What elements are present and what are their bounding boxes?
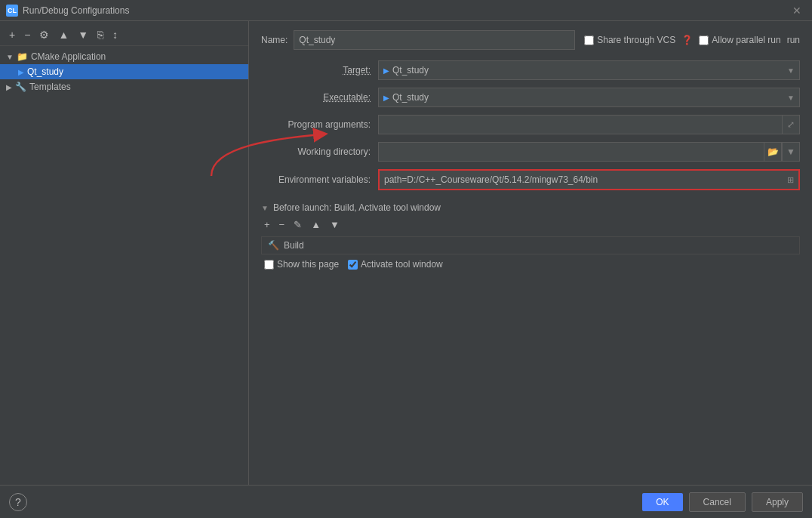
tree-cmake-application[interactable]: ▼ 📁 CMake Application — [0, 49, 248, 64]
allow-parallel-checkbox[interactable] — [699, 35, 709, 45]
add-config-button[interactable]: + — [6, 27, 18, 42]
executable-dropdown-icon: ▶ — [383, 94, 389, 102]
working-dir-label: Working directory: — [261, 146, 378, 157]
working-dir-field: 📂 ▼ — [378, 142, 800, 162]
env-vars-label: Environment variables: — [261, 174, 378, 185]
env-vars-edit-button[interactable]: ⊞ — [787, 175, 794, 185]
bottom-right: OK Cancel Apply — [642, 492, 803, 512]
build-hammer-icon: 🔨 — [268, 240, 279, 251]
expand-arrow: ▼ — [6, 53, 14, 61]
copy-button[interactable]: ⎘ — [94, 27, 106, 42]
share-vcs-label[interactable]: Share through VCS — [584, 35, 675, 45]
bl-remove-button[interactable]: − — [276, 217, 288, 232]
close-button[interactable]: ✕ — [788, 3, 806, 18]
right-panel: Name: Share through VCS ❓ Allow parallel… — [249, 21, 812, 485]
target-dropdown[interactable]: ▶ Qt_study ▼ — [378, 60, 800, 80]
sort-button[interactable]: ↕ — [109, 27, 121, 42]
activate-tool-item: Activate tool window — [348, 259, 443, 270]
run-label: run — [787, 35, 800, 45]
tree-qt-study[interactable]: ▶ Qt_study — [0, 64, 248, 79]
program-args-field: ⤢ — [378, 115, 800, 134]
target-dropdown-icon: ▶ — [383, 66, 389, 75]
bl-add-button[interactable]: + — [261, 217, 273, 232]
move-down-button[interactable]: ▼ — [75, 27, 91, 42]
name-input[interactable] — [294, 30, 575, 50]
cancel-button[interactable]: Cancel — [689, 492, 746, 512]
name-row: Name: Share through VCS ❓ Allow parallel… — [261, 30, 800, 50]
left-panel: + − ⚙ ▲ ▼ ⎘ ↕ ▼ 📁 CMake Application ▶ Qt… — [0, 21, 249, 485]
working-dir-dropdown-button[interactable]: ▼ — [782, 142, 800, 162]
ok-button[interactable]: OK — [642, 493, 682, 511]
settings-button[interactable]: ⚙ — [36, 27, 52, 42]
move-up-button[interactable]: ▲ — [55, 27, 72, 42]
share-vcs-checkbox[interactable] — [584, 35, 594, 45]
file-icon: ▶ — [18, 68, 24, 76]
bl-move-up-button[interactable]: ▲ — [308, 217, 324, 232]
info-icon: ❓ — [681, 35, 693, 45]
cmake-folder-icon: 📁 — [17, 51, 28, 62]
config-toolbar: + − ⚙ ▲ ▼ ⎘ ↕ — [0, 24, 248, 46]
launch-options-row: Show this page Activate tool window — [261, 259, 800, 270]
before-launch-expand[interactable]: ▼ — [261, 204, 269, 212]
allow-parallel-label[interactable]: Allow parallel run — [699, 35, 780, 45]
wrench-icon: 🔧 — [15, 82, 26, 92]
executable-row: Executable: ▶ Qt_study ▼ — [261, 88, 800, 107]
program-args-row: Program arguments: ⤢ — [261, 115, 800, 134]
env-vars-row: Environment variables: path=D:/C++_Cours… — [261, 169, 800, 190]
target-row: Target: ▶ Qt_study ▼ — [261, 60, 800, 80]
name-label: Name: — [261, 35, 288, 45]
working-dir-input[interactable] — [378, 142, 764, 162]
bl-edit-button[interactable]: ✎ — [291, 217, 305, 232]
tree-templates[interactable]: ▶ 🔧 Templates — [0, 79, 248, 94]
program-args-input[interactable] — [378, 115, 782, 134]
target-label: Target: — [261, 65, 378, 76]
bottom-left: ? — [9, 493, 27, 511]
template-arrow: ▶ — [6, 83, 12, 91]
env-vars-field[interactable]: path=D:/C++_Courseware/Qt/5.14.2/mingw73… — [378, 169, 800, 190]
executable-dropdown[interactable]: ▶ Qt_study ▼ — [378, 88, 800, 107]
app-icon: CL — [6, 5, 18, 17]
apply-button[interactable]: Apply — [752, 492, 803, 512]
name-row-options: Share through VCS ❓ Allow parallel run r… — [584, 35, 800, 45]
title-bar: CL Run/Debug Configurations ✕ — [0, 0, 812, 21]
before-launch-header: ▼ Before launch: Build, Activate tool wi… — [261, 202, 800, 213]
program-args-label: Program arguments: — [261, 119, 378, 130]
bl-move-down-button[interactable]: ▼ — [327, 217, 343, 232]
remove-config-button[interactable]: − — [21, 27, 33, 42]
build-item: 🔨 Build — [261, 236, 800, 254]
activate-tool-checkbox[interactable] — [348, 260, 358, 270]
show-page-checkbox[interactable] — [264, 260, 274, 270]
before-launch-section: ▼ Before launch: Build, Activate tool wi… — [261, 202, 800, 270]
show-page-item: Show this page — [264, 259, 339, 270]
before-launch-toolbar: + − ✎ ▲ ▼ — [261, 217, 800, 232]
executable-label: Executable: — [261, 92, 378, 103]
target-dropdown-arrow: ▼ — [787, 66, 795, 75]
config-tree: ▼ 📁 CMake Application ▶ Qt_study ▶ 🔧 Tem… — [0, 46, 248, 97]
bottom-bar: ? OK Cancel Apply — [0, 485, 812, 518]
working-dir-row: Working directory: 📂 ▼ — [261, 142, 800, 162]
window-title: Run/Debug Configurations — [23, 5, 788, 16]
program-args-expand-button[interactable]: ⤢ — [782, 115, 800, 134]
main-layout: + − ⚙ ▲ ▼ ⎘ ↕ ▼ 📁 CMake Application ▶ Qt… — [0, 21, 812, 485]
executable-dropdown-arrow: ▼ — [787, 94, 795, 102]
working-dir-folder-button[interactable]: 📂 — [764, 142, 782, 162]
help-button[interactable]: ? — [9, 493, 27, 511]
